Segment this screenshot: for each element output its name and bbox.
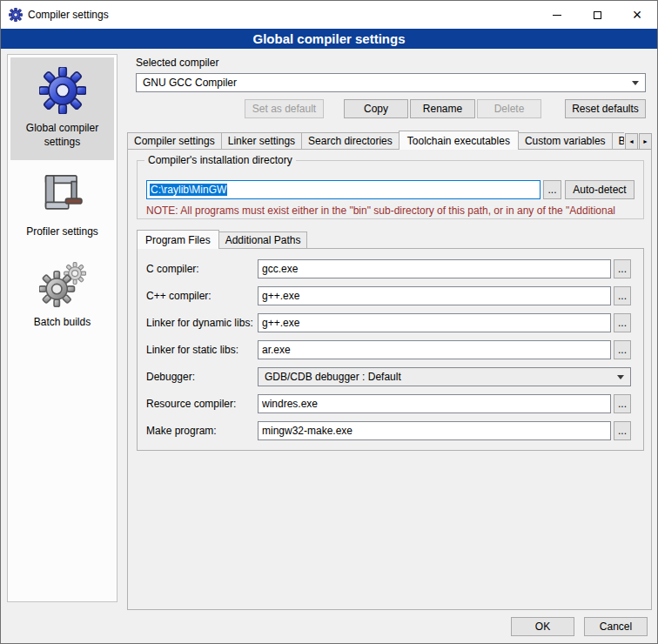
subtab-additional-paths[interactable]: Additional Paths — [218, 231, 308, 249]
resource-compiler-browse-button[interactable]: ... — [614, 394, 631, 413]
sidebar-item-label: Global compiler settings — [12, 122, 112, 149]
toolchain-executables-panel: Compiler's installation directory C:\ray… — [127, 149, 652, 610]
cpp-compiler-input[interactable] — [258, 286, 611, 305]
close-button[interactable]: × — [617, 1, 657, 29]
tab-scroll-right-button[interactable]: ► — [639, 133, 652, 150]
settings-category-sidebar: Global compiler settings Profiler settin… — [7, 54, 118, 602]
main-tabs: Compiler settings Linker settings Search… — [127, 131, 624, 150]
sidebar-item-global-compiler-settings[interactable]: Global compiler settings — [10, 57, 114, 160]
minimize-icon — [553, 15, 561, 16]
sidebar-item-label: Profiler settings — [26, 225, 98, 239]
window-title: Compiler settings — [28, 9, 109, 21]
form-row: Debugger: GDB/CDB debugger : Default — [146, 367, 631, 386]
program-files-panel: C compiler: ... C++ compiler: ... Linker… — [137, 248, 644, 451]
make-program-label: Make program: — [146, 425, 258, 437]
installation-directory-selected-text: C:\raylib\MinGW — [150, 184, 227, 196]
make-program-input[interactable] — [258, 421, 611, 440]
ok-button[interactable]: OK — [511, 617, 574, 636]
resource-compiler-input[interactable] — [258, 394, 611, 413]
subtab-program-files[interactable]: Program Files — [137, 230, 219, 249]
linker-static-label: Linker for static libs: — [146, 344, 258, 356]
main-tabstrip: Compiler settings Linker settings Search… — [127, 131, 652, 150]
tab-toolchain-executables[interactable]: Toolchain executables — [399, 131, 519, 150]
linker-static-input[interactable] — [258, 340, 611, 359]
arrow-left-icon: ◄ — [628, 138, 634, 144]
sidebar-item-batch-builds[interactable]: Batch builds — [10, 252, 114, 341]
program-files-form: C compiler: ... C++ compiler: ... Linker… — [138, 249, 643, 440]
form-row: Resource compiler: ... — [146, 394, 631, 413]
debugger-select[interactable]: GDB/CDB debugger : Default — [258, 367, 631, 386]
debugger-label: Debugger: — [146, 371, 258, 383]
auto-detect-button[interactable]: Auto-detect — [565, 180, 634, 199]
tab-build-options[interactable]: Build — [612, 132, 624, 150]
copy-button[interactable]: Copy — [344, 99, 408, 118]
compiler-settings-dialog: Compiler settings × Global compiler sett… — [0, 0, 658, 644]
chevron-down-icon — [632, 81, 639, 85]
selected-compiler-label: Selected compiler — [136, 57, 218, 69]
form-row: Make program: ... — [146, 421, 631, 440]
rename-button[interactable]: Rename — [410, 99, 475, 118]
selected-compiler-value: GNU GCC Compiler — [143, 77, 237, 89]
linker-dynamic-browse-button[interactable]: ... — [614, 313, 631, 332]
reset-defaults-button[interactable]: Reset defaults — [565, 99, 646, 118]
sidebar-item-profiler-settings[interactable]: Profiler settings — [10, 161, 114, 251]
gray-gear-stack-icon — [39, 261, 86, 308]
clamp-icon — [39, 171, 86, 218]
tab-linker-settings[interactable]: Linker settings — [221, 132, 302, 150]
c-compiler-input[interactable] — [258, 259, 611, 278]
installation-directory-browse-button[interactable]: ... — [543, 180, 561, 199]
titlebar: Compiler settings × — [1, 1, 657, 29]
tab-scroll-left-button[interactable]: ◄ — [625, 133, 638, 150]
form-row: C++ compiler: ... — [146, 286, 631, 305]
blue-gear-icon — [39, 67, 86, 114]
form-row: Linker for static libs: ... — [146, 340, 631, 359]
form-row: Linker for dynamic libs: ... — [146, 313, 631, 332]
tab-custom-variables[interactable]: Custom variables — [518, 132, 613, 150]
installation-directory-groupbox: Compiler's installation directory C:\ray… — [137, 160, 644, 219]
cpp-compiler-browse-button[interactable]: ... — [614, 286, 631, 305]
installation-directory-group-title: Compiler's installation directory — [144, 154, 296, 166]
close-icon: × — [633, 7, 642, 23]
cpp-compiler-label: C++ compiler: — [146, 290, 258, 302]
form-row: C compiler: ... — [146, 259, 631, 278]
maximize-icon — [594, 11, 601, 19]
c-compiler-label: C compiler: — [146, 263, 258, 275]
arrow-right-icon: ► — [642, 138, 648, 144]
chevron-down-icon — [617, 375, 624, 379]
set-as-default-button[interactable]: Set as default — [245, 99, 324, 118]
selected-compiler-combobox[interactable]: GNU GCC Compiler — [136, 73, 646, 92]
c-compiler-browse-button[interactable]: ... — [614, 259, 631, 278]
linker-static-browse-button[interactable]: ... — [614, 340, 631, 359]
bin-subdirectory-note: NOTE: All programs must exist either in … — [146, 205, 644, 217]
linker-dynamic-label: Linker for dynamic libs: — [146, 317, 258, 329]
delete-button[interactable]: Delete — [477, 99, 541, 118]
tab-search-directories[interactable]: Search directories — [301, 132, 400, 150]
make-program-browse-button[interactable]: ... — [614, 421, 631, 440]
resource-compiler-label: Resource compiler: — [146, 398, 258, 410]
cancel-button[interactable]: Cancel — [584, 617, 648, 636]
maximize-button[interactable] — [577, 1, 617, 29]
debugger-selected-value: GDB/CDB debugger : Default — [265, 371, 401, 383]
minimize-button[interactable] — [537, 1, 577, 29]
tab-compiler-settings[interactable]: Compiler settings — [127, 132, 222, 150]
window-controls: × — [537, 1, 657, 29]
tab-scrollers: ◄ ► — [625, 131, 652, 150]
sidebar-item-label: Batch builds — [34, 316, 91, 330]
program-files-tabstrip: Program Files Additional Paths — [137, 230, 306, 249]
app-gear-icon — [9, 8, 23, 22]
linker-dynamic-input[interactable] — [258, 313, 611, 332]
dialog-header-title: Global compiler settings — [1, 29, 657, 49]
installation-directory-input[interactable]: C:\raylib\MinGW — [146, 180, 540, 199]
